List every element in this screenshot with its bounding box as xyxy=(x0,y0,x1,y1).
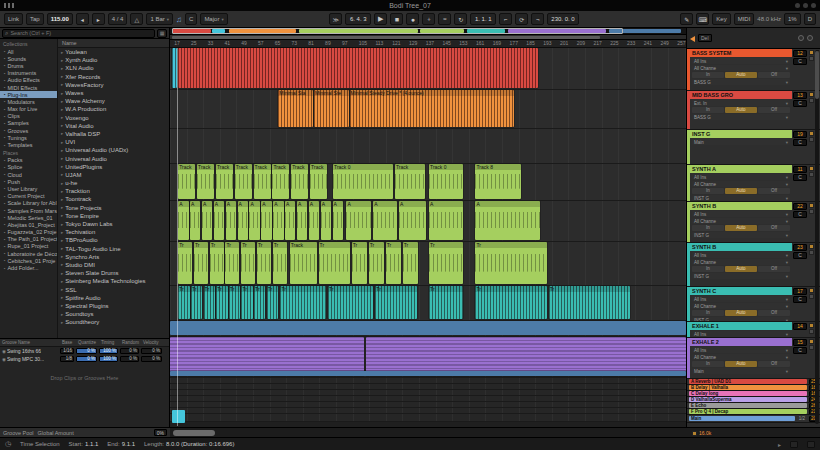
clip[interactable]: A xyxy=(202,201,212,240)
clip[interactable]: A xyxy=(249,201,259,240)
clip[interactable]: Track xyxy=(216,164,233,199)
horizontal-scrollbar[interactable]: 16.0k xyxy=(170,427,820,437)
monitor-switch[interactable]: InAutoOff xyxy=(692,188,790,194)
pan-display[interactable]: C xyxy=(793,347,807,354)
plugin-vendor-spitfire-audio[interactable]: ▸Spitfire Audio xyxy=(58,294,169,302)
volume-display[interactable]: 19 xyxy=(793,131,807,138)
io-toggle-icon[interactable] xyxy=(798,35,804,41)
overview-viewport[interactable] xyxy=(172,28,624,34)
track-activator-button[interactable] xyxy=(809,339,814,344)
plugin-vendor-youlean[interactable]: ▸Youlean xyxy=(58,48,169,56)
pan-display[interactable]: C xyxy=(793,296,807,303)
scale-icon[interactable]: ♫ xyxy=(176,15,182,24)
clip[interactable]: Minimal Ste xyxy=(314,90,349,127)
output-routing-chooser[interactable]: INST G▾ xyxy=(692,232,790,238)
monitor-off-button[interactable]: Off xyxy=(758,225,790,231)
sidebar-item-scale-library-for-abl[interactable]: ▪Scale Library for Abl xyxy=(0,200,57,207)
sidebar-item-push[interactable]: ▪Push xyxy=(0,178,57,185)
clip[interactable]: Tr xyxy=(475,242,546,284)
clip[interactable]: Tr xyxy=(319,242,350,284)
arm-button[interactable] xyxy=(809,345,814,350)
sidebar-item-fugazzeta-02-proje[interactable]: ▪Fugazzeta_02 Proje xyxy=(0,229,57,236)
monitor-auto-button[interactable]: Auto xyxy=(725,107,757,113)
plugin-vendor-xln-audio[interactable]: ▸XLN Audio xyxy=(58,64,169,72)
volume-display[interactable]: 13 xyxy=(793,92,807,99)
arm-button[interactable] xyxy=(809,250,814,255)
groove-timing-value[interactable]: 100 % xyxy=(99,356,118,362)
scale-root-menu[interactable]: C xyxy=(185,13,197,25)
lane-main[interactable] xyxy=(170,414,686,422)
track-activator-button[interactable] xyxy=(809,203,814,208)
sidebar-item-all[interactable]: ▪All xyxy=(0,48,57,55)
clip[interactable]: Track xyxy=(310,164,327,199)
clip[interactable]: A xyxy=(373,201,397,240)
track-name[interactable]: EXHALE 2 xyxy=(690,338,792,346)
sidebar-item-clips[interactable]: ▪Clips xyxy=(0,113,57,120)
browser-section-places[interactable]: Places xyxy=(0,149,57,157)
arm-button[interactable] xyxy=(809,98,814,103)
track-header-synth-b[interactable]: SYNTH BAll Ins▾All Channe▾InAutoOffINST … xyxy=(687,243,820,287)
maximize-button[interactable] xyxy=(803,3,808,8)
groove-base-value[interactable]: 1/16 xyxy=(60,348,74,354)
clip[interactable]: A xyxy=(178,201,188,240)
sidebar-item-laboratoire-de-d-co[interactable]: ▪Laboratoire de Déco xyxy=(0,250,57,257)
output-routing-chooser[interactable]: INST G▾ xyxy=(692,273,790,279)
clip[interactable]: Track 8 xyxy=(475,164,520,199)
output-routing-chooser[interactable]: Main▾ xyxy=(692,139,790,145)
clip[interactable]: Tr xyxy=(178,286,189,319)
pan-display[interactable]: C xyxy=(793,252,807,259)
clip[interactable]: A xyxy=(238,201,248,240)
sidebar-item-packs[interactable]: ▪Packs xyxy=(0,157,57,164)
arrangement-position-display[interactable]: 6. 4. 3 xyxy=(345,13,371,25)
input-routing-chooser[interactable]: All Ins▾ xyxy=(692,211,790,217)
sidebar-item-plug-ins[interactable]: ▪Plug-Ins xyxy=(0,91,57,98)
clip[interactable]: Tr xyxy=(280,286,325,319)
sidebar-item-templates[interactable]: ▪Templates xyxy=(0,141,57,148)
hot-swap-icon[interactable]: ◉ xyxy=(2,357,6,362)
plugin-vendor-uvi[interactable]: ▸UVI xyxy=(58,138,169,146)
clip[interactable]: Tr xyxy=(549,286,631,319)
sidebar-item-add-folder[interactable]: ▪Add Folder... xyxy=(0,264,57,271)
input-routing-chooser[interactable]: All Ins▾ xyxy=(692,331,790,337)
input-routing-chooser[interactable]: Ext. In▾ xyxy=(692,100,790,106)
sidebar-item-tunings[interactable]: ▪Tunings xyxy=(0,134,57,141)
track-name[interactable]: MID BASS GRO xyxy=(690,91,792,99)
monitor-off-button[interactable]: Off xyxy=(758,361,790,367)
plugin-vendor-voxengo[interactable]: ▸Voxengo xyxy=(58,114,169,122)
monitor-switch[interactable]: InAutoOff xyxy=(692,361,790,367)
sidebar-item-current-project[interactable]: ▪Current Project xyxy=(0,193,57,200)
quantization-menu[interactable]: 1 Bar▾ xyxy=(146,13,173,25)
clip[interactable]: A xyxy=(429,201,463,240)
track-header-synth-b[interactable]: SYNTH BAll Ins▾All Channe▾InAutoOffINST … xyxy=(687,202,820,243)
volume-display[interactable]: 14 xyxy=(793,323,807,330)
input-routing-chooser[interactable]: All Channe▾ xyxy=(692,181,790,187)
plugin-vendor-xynth-audio[interactable]: ▸Xynth Audio xyxy=(58,56,169,64)
arm-button[interactable] xyxy=(809,56,814,61)
sidebar-item-modulators[interactable]: ▪Modulators xyxy=(0,98,57,105)
sidebar-item-samples-from-mars[interactable]: ▪Samples From Mars xyxy=(0,207,57,214)
nudge-up-button[interactable]: ▸ xyxy=(92,13,105,25)
lane-synth-b[interactable]: TrTrTrTrTrTrTrTrackTrTrTrTrTrTrTr xyxy=(170,242,686,286)
track-name[interactable]: EXHALE 1 xyxy=(690,322,792,330)
clip[interactable]: Tr xyxy=(369,242,384,284)
monitor-in-button[interactable]: In xyxy=(692,107,724,113)
clip[interactable]: Tr xyxy=(429,286,463,319)
plugin-vendor-universal-audio-uadx[interactable]: ▸Universal Audio (UADx) xyxy=(58,146,169,154)
arm-button[interactable] xyxy=(809,209,814,214)
browser-section-collections[interactable]: Collections xyxy=(0,40,57,48)
plugin-vendor-tbproaudio[interactable]: ▸TBProAudio xyxy=(58,236,169,244)
plugin-vendor-tracktion[interactable]: ▸Tracktion xyxy=(58,187,169,195)
clip[interactable]: Tr xyxy=(386,242,401,284)
clip[interactable]: Track xyxy=(197,164,214,199)
search-box[interactable]: ⌕ xyxy=(2,29,155,38)
track-name[interactable]: INST G xyxy=(690,130,792,138)
output-routing-chooser[interactable]: BASS G▾ xyxy=(692,114,790,120)
sidebar-item-grooves[interactable]: ▪Grooves xyxy=(0,127,57,134)
clip[interactable]: Tr xyxy=(194,242,208,284)
volume-display[interactable]: 15 xyxy=(793,339,807,346)
arm-button[interactable] xyxy=(809,137,814,142)
monitor-switch[interactable]: InAutoOff xyxy=(692,310,790,316)
groove-base-value[interactable]: 1/8 xyxy=(60,356,74,362)
volume-display[interactable]: 22 xyxy=(793,203,807,210)
output-routing-chooser[interactable]: BASS G▾ xyxy=(692,79,790,85)
